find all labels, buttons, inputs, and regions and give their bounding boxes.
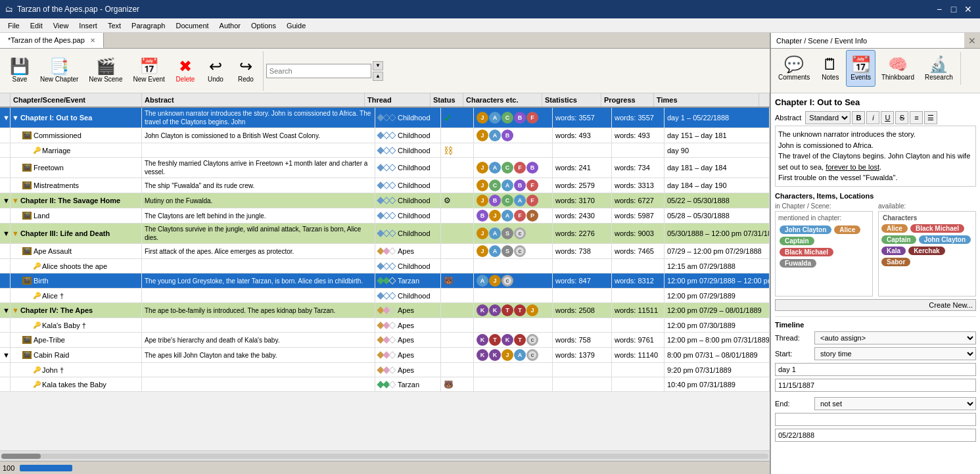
save-button[interactable]: 💾 Save	[5, 53, 34, 89]
table-row[interactable]: 🎬BirthThe young Lord Greystoke, the late…	[0, 273, 770, 289]
h-scroll-thumb[interactable]	[1, 454, 41, 459]
available-char-tag[interactable]: Alice	[881, 224, 908, 233]
abstract-format-select[interactable]: Standard	[805, 111, 851, 124]
name-cell[interactable]: 🎬Ape Assault	[11, 244, 142, 258]
redo-button[interactable]: ↪ Redo	[231, 53, 260, 89]
table-row[interactable]: 🎬CommissionedJohn Clayton is comissioned…	[0, 128, 770, 143]
name-cell[interactable]: ▼Chapter III: Life and Death	[11, 224, 142, 243]
abstract-text-area[interactable]: The unknown narrator introduces the stor…	[775, 126, 976, 187]
available-chars-list[interactable]: Characters AliceBlack MichaelCaptainJohn…	[878, 211, 976, 296]
bold-button[interactable]: B	[852, 111, 865, 124]
expand-cell[interactable]: ▼	[0, 224, 11, 243]
name-cell[interactable]: 🔑Marriage	[11, 143, 142, 157]
name-cell[interactable]: 🎬Land	[11, 208, 142, 223]
close-button[interactable]: ✕	[962, 3, 975, 16]
chapter-char-tag[interactable]: Captain	[780, 237, 814, 245]
chapter-char-tag[interactable]: Alice	[834, 225, 860, 234]
search-input[interactable]	[266, 64, 371, 78]
table-row[interactable]: ▼▼Chapter II: The Savage HomeMutiny on t…	[0, 193, 770, 208]
name-cell[interactable]: ▼Chapter II: The Savage Home	[11, 193, 142, 208]
name-cell[interactable]: 🔑John †	[11, 363, 142, 377]
start-date-input[interactable]	[775, 379, 976, 392]
table-row[interactable]: ▼▼Chapter III: Life and DeathThe Clayton…	[0, 224, 770, 244]
available-char-tag[interactable]: Black Michael	[910, 224, 964, 233]
table-row[interactable]: ▼🎬Cabin RaidThe apes kill John Clayton a…	[0, 348, 770, 363]
table-row[interactable]: 🎬MistreatmentsThe ship "Fuwalda" and its…	[0, 178, 770, 193]
end-date-input[interactable]	[775, 429, 976, 442]
create-new-button[interactable]: Create New...	[775, 299, 976, 311]
new-event-button[interactable]: 📅 New Event	[129, 53, 170, 89]
chapter-char-tag[interactable]: Fuwalda	[780, 259, 816, 268]
table-row[interactable]: 🔑Alice shoots the ape Childhood 12:15 am…	[0, 259, 770, 273]
menu-edit[interactable]: Edit	[25, 20, 48, 31]
table-row[interactable]: 🎬Ape-TribeApe tribe's hierarchy and deat…	[0, 333, 770, 348]
research-button[interactable]: 🔬 Research	[920, 50, 958, 87]
table-row[interactable]: 🔑Alice † Childhood 12:00 pm 07/29/1889	[0, 289, 770, 303]
table-row[interactable]: ▼▼Chapter I: Out to SeaThe unknown narra…	[0, 108, 770, 128]
table-row[interactable]: 🔑Kala takes the Baby Tarzan 🐻10:40 pm 07…	[0, 377, 770, 392]
name-cell[interactable]: 🔑Kala takes the Baby	[11, 377, 142, 391]
start-type-select[interactable]: story time day 1 custom	[814, 347, 976, 360]
menu-file[interactable]: File	[3, 20, 25, 31]
start-day-input[interactable]	[775, 363, 976, 376]
document-tab[interactable]: * Tarzan of the Apes.pap ✕	[0, 33, 104, 48]
search-up-button[interactable]: ▲	[373, 72, 383, 81]
new-chapter-button[interactable]: 📑 New Chapter	[35, 53, 83, 89]
available-char-tag[interactable]: Sabor	[881, 258, 910, 266]
name-cell[interactable]: 🎬Ape-Tribe	[11, 333, 142, 347]
table-row[interactable]: 🎬LandThe Claytons are left behind in the…	[0, 208, 770, 224]
expand-cell[interactable]: ▼	[0, 348, 11, 362]
available-char-tag[interactable]: Captain	[881, 235, 916, 244]
end-day-input[interactable]	[775, 413, 976, 426]
available-char-tag[interactable]: Kala	[881, 247, 906, 255]
name-cell[interactable]: 🎬Freetown	[11, 158, 142, 178]
name-cell[interactable]: 🔑Kala's Baby †	[11, 318, 142, 332]
menu-guide[interactable]: Guide	[281, 20, 311, 31]
table-area[interactable]: ▼▼Chapter I: Out to SeaThe unknown narra…	[0, 108, 770, 450]
name-cell[interactable]: 🎬Cabin Raid	[11, 348, 142, 362]
underline-button[interactable]: U	[881, 111, 894, 124]
delete-button[interactable]: ✖ Delete	[171, 53, 200, 89]
table-row[interactable]: 🔑John † Apes 9:20 pm 07/31/1889	[0, 363, 770, 377]
events-button[interactable]: 📆 Events	[846, 50, 875, 87]
right-pane-close-button[interactable]: ✕	[964, 33, 980, 48]
tab-close-icon[interactable]: ✕	[90, 37, 95, 44]
h-scrollbar[interactable]	[0, 450, 770, 461]
name-cell[interactable]: ▼Chapter IV: The Apes	[11, 303, 142, 318]
end-type-select[interactable]: not set custom	[814, 397, 976, 410]
col-name[interactable]: Chapter/Scene/Event	[11, 93, 142, 107]
new-scene-button[interactable]: 🎬 New Scene	[84, 53, 127, 89]
comments-button[interactable]: 💬 Comments	[774, 50, 814, 87]
name-cell[interactable]: 🔑Alice shoots the ape	[11, 259, 142, 273]
table-row[interactable]: 🔑Kala's Baby † Apes 12:00 pm 07/30/1889	[0, 318, 770, 333]
list-button[interactable]: ☰	[924, 111, 937, 124]
name-cell[interactable]: 🎬Mistreatments	[11, 178, 142, 193]
menu-document[interactable]: Document	[170, 20, 214, 31]
menu-view[interactable]: View	[48, 20, 74, 31]
table-row[interactable]: ▼▼Chapter IV: The ApesThe ape to-be-fami…	[0, 303, 770, 318]
menu-insert[interactable]: Insert	[74, 20, 103, 31]
available-char-tag[interactable]: John Clayton	[919, 235, 971, 244]
chapter-char-tag[interactable]: Black Michael	[780, 248, 833, 256]
table-row[interactable]: 🔑Marriage Childhood ⛓day 90	[0, 143, 770, 158]
menu-paragraph[interactable]: Paragraph	[126, 20, 170, 31]
search-down-button[interactable]: ▼	[373, 61, 383, 70]
notes-button[interactable]: 🗒 Notes	[816, 50, 845, 87]
expand-cell[interactable]: ▼	[0, 108, 11, 128]
thinkboard-button[interactable]: 🧠 Thinkboard	[877, 50, 919, 87]
expand-cell[interactable]: ▼	[0, 193, 11, 208]
expand-cell[interactable]: ▼	[0, 303, 11, 318]
table-row[interactable]: 🎬FreetownThe freshly married Claytons ar…	[0, 158, 770, 178]
thread-select[interactable]: <auto assign> Childhood Apes Tarzan	[814, 331, 976, 344]
minimize-button[interactable]: −	[933, 3, 946, 16]
name-cell[interactable]: ▼Chapter I: Out to Sea	[11, 108, 142, 128]
table-row[interactable]: 🎬Ape AssaultFirst attack of the apes. Al…	[0, 244, 770, 259]
name-cell[interactable]: 🎬Commissioned	[11, 128, 142, 143]
menu-author[interactable]: Author	[214, 20, 246, 31]
chapter-char-tag[interactable]: John Clayton	[780, 225, 831, 234]
menu-text[interactable]: Text	[103, 20, 126, 31]
bullets-button[interactable]: ≡	[910, 111, 923, 124]
name-cell[interactable]: 🎬Birth	[11, 273, 142, 288]
available-char-tag[interactable]: Kerchak	[908, 247, 945, 255]
strikethrough-button[interactable]: S	[895, 111, 908, 124]
